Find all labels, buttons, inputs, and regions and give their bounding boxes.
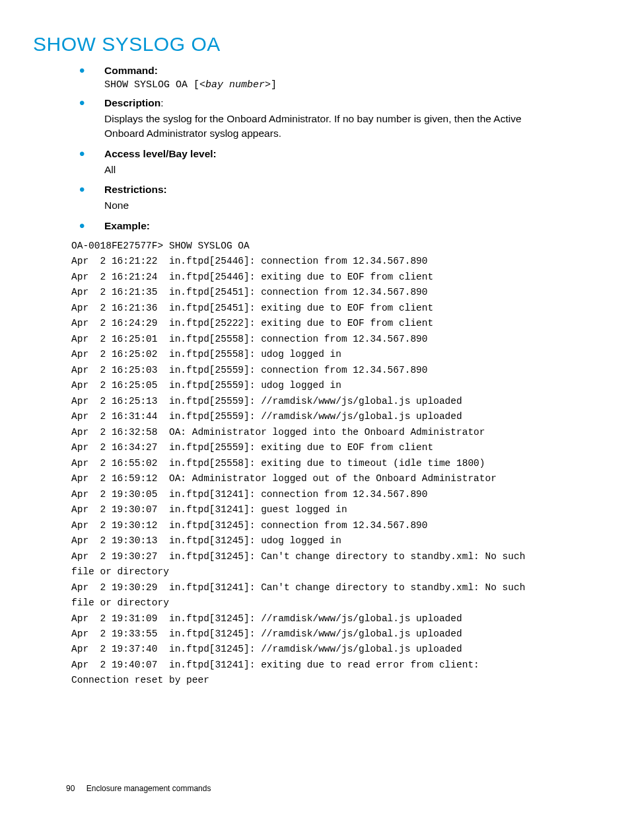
section-example: Example:	[79, 220, 531, 232]
command-suffix: >]	[265, 79, 277, 91]
description-label-text: Description	[104, 97, 160, 108]
page-footer: 90 Enclosure management commands	[66, 784, 211, 793]
description-colon: :	[160, 97, 163, 108]
command-label: Command:	[104, 65, 531, 77]
section-restrictions: Restrictions: None	[79, 184, 531, 213]
page-number: 90	[66, 784, 75, 793]
page-title: SHOW SYSLOG OA	[33, 33, 531, 56]
example-output: OA-0018FE27577F> SHOW SYSLOG OA Apr 2 16…	[71, 239, 531, 689]
command-syntax: SHOW SYSLOG OA [<bay number>]	[104, 79, 531, 91]
description-text: Displays the syslog for the Onboard Admi…	[104, 112, 531, 141]
command-arg: bay number	[205, 79, 265, 91]
section-list: Command: SHOW SYSLOG OA [<bay number>] D…	[79, 65, 531, 232]
restrictions-label: Restrictions:	[104, 184, 531, 196]
restrictions-text: None	[104, 198, 531, 213]
description-label: Description:	[104, 97, 531, 109]
section-description: Description: Displays the syslog for the…	[79, 97, 531, 141]
section-command: Command: SHOW SYSLOG OA [<bay number>]	[79, 65, 531, 91]
command-prefix: SHOW SYSLOG OA [<	[104, 79, 205, 91]
access-text: All	[104, 163, 531, 177]
example-label: Example:	[104, 220, 531, 232]
footer-section: Enclosure management commands	[87, 784, 211, 793]
section-access: Access level/Bay level: All	[79, 148, 531, 177]
access-label: Access level/Bay level:	[104, 148, 531, 160]
